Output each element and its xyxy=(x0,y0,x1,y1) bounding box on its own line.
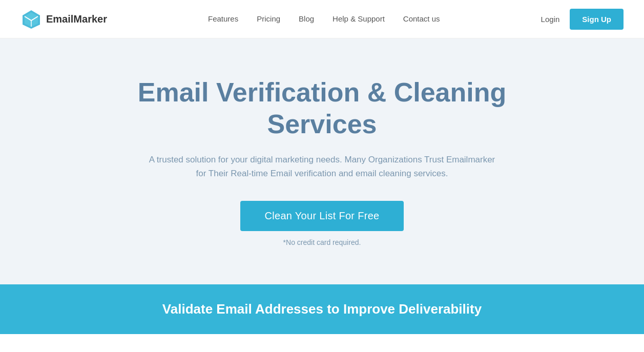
nav-features[interactable]: Features xyxy=(208,14,238,23)
hero-title: Email Verification & Cleaning Services xyxy=(92,76,553,140)
hero-subtitle: A trusted solution for your digital mark… xyxy=(143,153,502,180)
nav-contact-us[interactable]: Contact us xyxy=(403,14,440,23)
clean-list-button[interactable]: Clean Your List For Free xyxy=(240,201,404,231)
nav-help-support[interactable]: Help & Support xyxy=(333,14,385,23)
nav-links: Features Pricing Blog Help & Support Con… xyxy=(208,14,440,24)
hero-section: Email Verification & Cleaning Services A… xyxy=(0,38,644,284)
bottom-banner: Validate Email Addresses to Improve Deli… xyxy=(0,284,644,334)
signup-button[interactable]: Sign Up xyxy=(570,9,624,30)
bottom-banner-text: Validate Email Addresses to Improve Deli… xyxy=(162,301,482,317)
logo-link[interactable]: EmailMarker xyxy=(20,8,107,30)
nav-blog[interactable]: Blog xyxy=(299,14,314,23)
logo-text: EmailMarker xyxy=(46,13,107,25)
no-credit-card-label: *No credit card required. xyxy=(283,238,361,246)
nav-right: Login Sign Up xyxy=(541,9,624,30)
login-link[interactable]: Login xyxy=(541,15,560,24)
navbar: EmailMarker Features Pricing Blog Help &… xyxy=(0,0,644,38)
logo-icon xyxy=(20,8,42,30)
nav-pricing[interactable]: Pricing xyxy=(257,14,280,23)
cta-container: Clean Your List For Free *No credit card… xyxy=(240,201,404,246)
